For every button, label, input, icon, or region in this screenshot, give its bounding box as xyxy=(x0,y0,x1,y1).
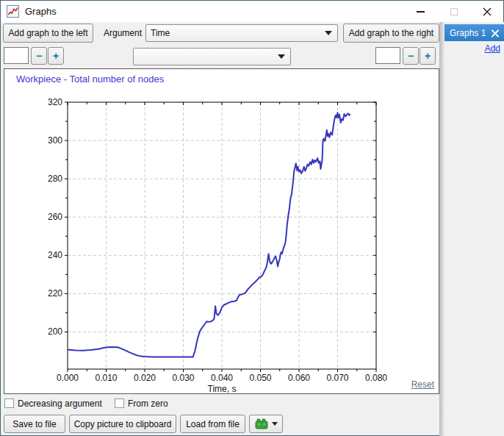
reset-link[interactable]: Reset xyxy=(411,379,434,390)
window-title: Graphs xyxy=(25,6,57,17)
right-scale-input[interactable] xyxy=(375,47,400,64)
left-scale-input[interactable] xyxy=(4,47,29,64)
tab-graphs-1[interactable]: Graphs 1 xyxy=(444,24,504,41)
argument-selected-value: Time xyxy=(146,28,325,38)
svg-text:0.010: 0.010 xyxy=(95,373,117,383)
series-combobox[interactable] xyxy=(133,48,291,65)
right-minus-button[interactable]: − xyxy=(403,47,419,65)
maximize-icon xyxy=(450,8,458,15)
left-minus-button[interactable]: − xyxy=(31,47,47,65)
decreasing-argument-checkbox[interactable] xyxy=(4,399,14,408)
options-row: Decreasing argument From zero xyxy=(1,396,439,411)
argument-label: Argument xyxy=(104,28,142,38)
add-graph-link[interactable]: Add xyxy=(485,43,500,54)
svg-text:320: 320 xyxy=(48,97,62,107)
panel-splitter[interactable] xyxy=(439,22,444,436)
decreasing-argument-label: Decreasing argument xyxy=(18,399,102,409)
copy-picture-button[interactable]: Copy picture to clipboard xyxy=(69,415,176,433)
svg-text:240: 240 xyxy=(48,250,62,260)
add-graph-right-button[interactable]: Add graph to the right xyxy=(343,24,439,43)
right-plus-button[interactable]: + xyxy=(420,47,436,65)
svg-text:280: 280 xyxy=(48,174,62,184)
svg-text:0.030: 0.030 xyxy=(172,373,194,383)
svg-text:0.070: 0.070 xyxy=(326,373,348,383)
graphs-window: Graphs Add graph to the left Argument Ti… xyxy=(0,0,504,436)
app-icon xyxy=(7,5,19,18)
svg-text:0.000: 0.000 xyxy=(57,373,79,383)
from-zero-label: From zero xyxy=(128,399,168,409)
svg-text:220: 220 xyxy=(48,288,62,299)
chevron-down-icon xyxy=(278,54,285,59)
maximize-button[interactable] xyxy=(437,1,470,22)
chart-container: 0.0000.0100.0200.0300.0400.0500.0600.070… xyxy=(4,68,439,394)
load-from-file-button[interactable]: Load from file xyxy=(180,415,245,433)
export-dropdown-button[interactable] xyxy=(249,415,283,433)
svg-text:0.020: 0.020 xyxy=(134,373,156,383)
chevron-down-icon xyxy=(272,422,278,426)
minimize-button[interactable] xyxy=(404,1,437,22)
close-button[interactable] xyxy=(470,1,503,22)
svg-text:0.060: 0.060 xyxy=(288,373,310,383)
close-icon xyxy=(482,7,492,17)
add-graph-left-button[interactable]: Add graph to the left xyxy=(3,24,93,43)
svg-text:0.080: 0.080 xyxy=(365,373,387,383)
title-bar: Graphs xyxy=(1,1,503,22)
svg-text:260: 260 xyxy=(48,212,62,222)
left-plus-button[interactable]: + xyxy=(48,47,64,65)
svg-text:200: 200 xyxy=(48,326,62,337)
chevron-down-icon xyxy=(325,31,332,35)
brick-icon xyxy=(255,418,268,429)
argument-combobox[interactable]: Time xyxy=(145,24,338,42)
graphs-panel: Graphs 1 Add xyxy=(444,22,504,436)
minimize-icon xyxy=(417,11,425,12)
svg-text:300: 300 xyxy=(48,135,62,146)
svg-text:0.040: 0.040 xyxy=(211,373,233,383)
svg-text:Workpiece - Total number of no: Workpiece - Total number of nodes xyxy=(16,74,165,85)
tab-label: Graphs 1 xyxy=(444,28,489,38)
svg-text:0.050: 0.050 xyxy=(249,373,271,383)
line-chart[interactable]: 0.0000.0100.0200.0300.0400.0500.0600.070… xyxy=(4,69,439,393)
save-to-file-button[interactable]: Save to file xyxy=(4,415,65,433)
from-zero-checkbox[interactable] xyxy=(115,399,124,408)
tab-close-icon[interactable] xyxy=(489,27,502,39)
svg-text:Time, s: Time, s xyxy=(208,384,237,393)
